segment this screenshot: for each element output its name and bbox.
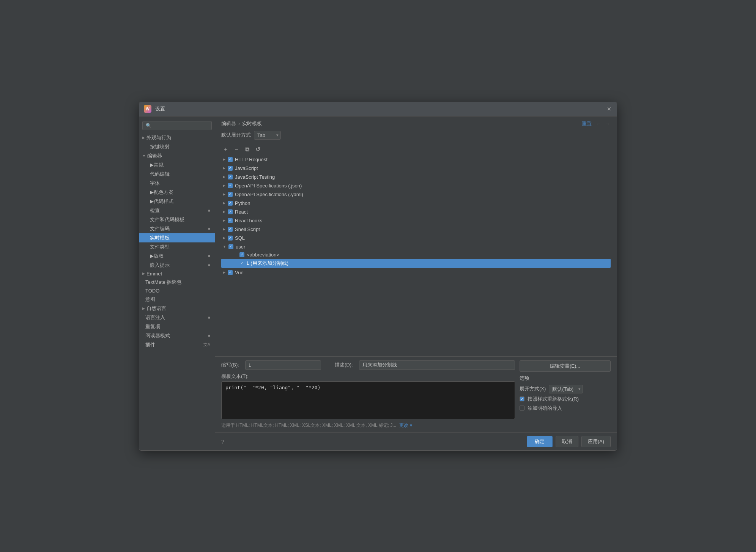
sidebar-item-keymap[interactable]: 按键映射 [139, 142, 215, 151]
sidebar-item-file-types[interactable]: 文件类型 [139, 242, 215, 252]
reset-link[interactable]: 重置 [582, 120, 592, 127]
chevron-right-icon: ▶ [223, 236, 225, 240]
sidebar-item-copyright[interactable]: ▶ 版权 ■ [139, 252, 215, 261]
explicit-import-checkbox[interactable] [520, 406, 524, 410]
bottom-left: 缩写(B): 描述(D): 模板文本(T): print("--"*20, "l… [221, 360, 515, 429]
reformat-checkbox[interactable]: ✓ [520, 396, 524, 401]
template-group-header-jst[interactable]: ▶ ✓ JavaScript Testing [221, 173, 611, 181]
sidebar-item-natural-language[interactable]: ▶ 自然语言 [139, 304, 215, 313]
group-checkbox-python[interactable]: ✓ [228, 201, 233, 206]
expand-select-row: 展开方式(X) 默认(Tab) Tab Enter Space [520, 385, 611, 393]
group-checkbox-http[interactable]: ✓ [228, 157, 233, 162]
sidebar-item-appearance[interactable]: ▶ 外观与行为 [139, 133, 215, 142]
apply-button[interactable]: 应用(A) [581, 436, 611, 447]
chevron-right-icon: ▶ [223, 270, 225, 274]
remove-template-button[interactable]: − [232, 145, 241, 154]
undo-button[interactable]: ↺ [253, 145, 262, 154]
sidebar-item-reader-mode[interactable]: 阅读器模式 ■ [139, 331, 215, 340]
sidebar-item-code-style[interactable]: ▶ 代码样式 [139, 197, 215, 206]
search-icon: 🔍 [146, 123, 151, 128]
sidebar-item-label: TextMate 捆绑包 [145, 279, 181, 286]
edit-variables-button[interactable]: 编辑变量(E)... [520, 360, 611, 372]
sidebar-item-plugins[interactable]: 插件 文A [139, 340, 215, 349]
explicit-import-label: 添加明确的导入 [528, 405, 562, 412]
sidebar-item-label: 文件编码 [150, 225, 170, 232]
template-group-header-sql[interactable]: ▶ ✓ SQL [221, 234, 611, 242]
expand-option-select[interactable]: 默认(Tab) Tab Enter Space [549, 385, 583, 393]
sidebar-item-label: 代码样式 [154, 198, 173, 205]
sidebar-item-live-templates[interactable]: 实时模板 [139, 233, 215, 242]
default-expand-select[interactable]: Tab Enter Space [254, 131, 281, 140]
search-box[interactable]: 🔍 [142, 121, 212, 130]
change-link[interactable]: 更改 ▾ [399, 422, 412, 429]
group-checkbox-sql[interactable]: ✓ [228, 236, 233, 241]
group-checkbox-js[interactable]: ✓ [228, 166, 233, 171]
sidebar-item-language-injection[interactable]: 语言注入 ■ [139, 313, 215, 322]
template-group-header-react-hooks[interactable]: ▶ ✓ React hooks [221, 217, 611, 225]
template-group-header-http[interactable]: ▶ ✓ HTTP Request [221, 156, 611, 164]
group-checkbox-openapi-json[interactable]: ✓ [228, 183, 233, 188]
sidebar-item-inspections[interactable]: 检查 ■ [139, 206, 215, 215]
chevron-right-icon: ▶ [223, 166, 225, 170]
sidebar-item-general[interactable]: ▶ 常规 [139, 160, 215, 170]
search-input[interactable] [154, 123, 208, 128]
abbreviation-input[interactable] [245, 360, 321, 370]
translate-icon: 文A [203, 342, 210, 348]
group-checkbox-user[interactable]: ✓ [228, 244, 233, 249]
sidebar-item-code-editing[interactable]: 代码编辑 [139, 170, 215, 179]
group-label-http: HTTP Request [235, 157, 268, 162]
template-group-header-vue[interactable]: ▶ ✓ Vue [221, 269, 611, 277]
sidebar-item-label: Emmet [146, 271, 162, 277]
template-text-area[interactable]: print("--"*20, "liang", "--"*20) [221, 381, 515, 419]
group-checkbox-jst[interactable]: ✓ [228, 175, 233, 179]
add-template-button[interactable]: + [221, 145, 230, 154]
template-group-header-user[interactable]: ▼ ✓ user [221, 243, 611, 251]
description-input[interactable] [359, 360, 515, 370]
item-checkbox-abbreviation[interactable]: ✓ [239, 252, 244, 257]
template-group-header-openapi-yaml[interactable]: ▶ ✓ OpenAPI Specifications (.yaml) [221, 190, 611, 198]
sidebar-item-file-encoding[interactable]: 文件编码 ■ [139, 224, 215, 233]
item-checkbox-l-separator[interactable]: ✓ [239, 261, 244, 266]
sidebar-item-textmate[interactable]: TextMate 捆绑包 [139, 278, 215, 287]
copy-template-button[interactable]: ⧉ [243, 145, 252, 154]
template-group-header-react[interactable]: ▶ ✓ React [221, 208, 611, 216]
ok-button[interactable]: 确定 [527, 436, 553, 447]
sidebar-item-inlay-hints[interactable]: 嵌入提示 ■ [139, 261, 215, 270]
template-group-header-shell[interactable]: ▶ ✓ Shell Script [221, 225, 611, 233]
group-checkbox-shell[interactable]: ✓ [228, 227, 233, 232]
close-button[interactable]: ✕ [606, 106, 612, 112]
template-group-header-openapi-json[interactable]: ▶ ✓ OpenAPI Specifications (.json) [221, 182, 611, 190]
sidebar-item-file-code-templates[interactable]: 文件和代码模板 [139, 215, 215, 224]
nav-forward-button[interactable]: → [604, 121, 611, 127]
sidebar-item-color-scheme[interactable]: ▶ 配色方案 [139, 188, 215, 197]
group-label-js: JavaScript [235, 165, 258, 171]
sidebar-item-todo[interactable]: TODO [139, 287, 215, 295]
group-checkbox-react-hooks[interactable]: ✓ [228, 218, 233, 223]
sidebar-item-repetitions[interactable]: 重复项 [139, 322, 215, 331]
expand-label: 展开方式(X) [520, 385, 546, 392]
sidebar-item-intentions[interactable]: 意图 [139, 295, 215, 304]
template-item-l-separator[interactable]: ✓ L (用来添加分割线) [221, 259, 611, 268]
sidebar-item-label: 配色方案 [154, 189, 173, 196]
group-checkbox-react[interactable]: ✓ [228, 209, 233, 214]
chevron-right-icon: ▶ [223, 175, 225, 179]
template-group-sql: ▶ ✓ SQL [221, 234, 611, 242]
template-item-abbreviation[interactable]: ✓ <abbreviation> [221, 251, 611, 259]
nav-back-button[interactable]: ← [595, 121, 602, 127]
group-label-jst: JavaScript Testing [235, 174, 275, 180]
abbreviation-row: 缩写(B): 描述(D): [221, 360, 515, 370]
template-group-header-python[interactable]: ▶ ✓ Python [221, 199, 611, 207]
sidebar-item-font[interactable]: 字体 [139, 179, 215, 188]
item-label-l-separator: L (用来添加分割线) [247, 260, 288, 267]
template-group-vue: ▶ ✓ Vue [221, 269, 611, 277]
sidebar-item-emmet[interactable]: ▶ Emmet [139, 270, 215, 278]
group-checkbox-vue[interactable]: ✓ [228, 270, 233, 275]
group-checkbox-openapi-yaml[interactable]: ✓ [228, 192, 233, 197]
sidebar-item-editor[interactable]: ▼ 编辑器 [139, 151, 215, 160]
help-button[interactable]: ? [221, 439, 224, 445]
chevron-right-icon: ▶ [150, 189, 154, 195]
template-group-header-js[interactable]: ▶ ✓ JavaScript [221, 164, 611, 172]
cancel-button[interactable]: 取消 [556, 436, 578, 447]
toolbar: + − ⧉ ↺ [215, 143, 617, 156]
sidebar-item-label: 插件 [145, 341, 155, 348]
